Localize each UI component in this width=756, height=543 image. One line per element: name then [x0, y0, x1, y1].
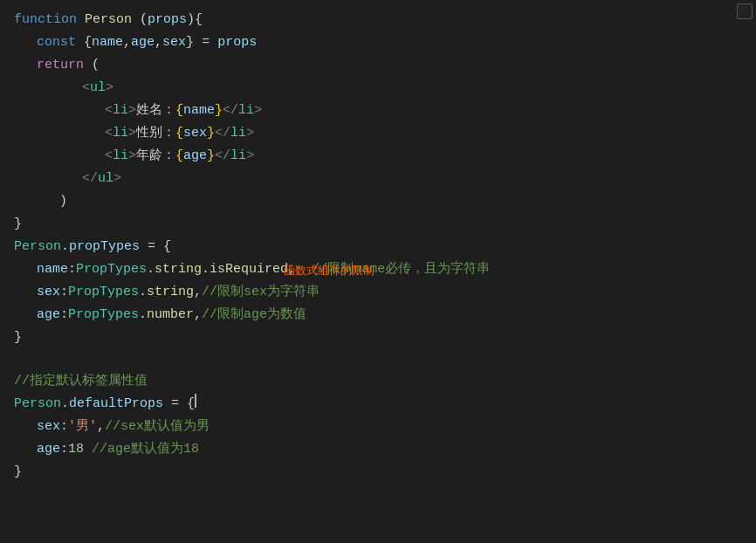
- token-angle: >: [128, 146, 136, 167]
- token-angle: >: [128, 123, 136, 144]
- code-line: const {name,age,sex} = props: [0, 31, 756, 54]
- token-plain: ,: [123, 32, 131, 53]
- token-tag: li: [113, 100, 128, 121]
- token-obj-key: age: [37, 305, 60, 326]
- token-param: props: [217, 32, 257, 53]
- code-line: Person.propTypes = {: [0, 236, 756, 258]
- token-tag: li: [238, 100, 254, 121]
- code-line: [0, 349, 756, 370]
- token-angle: <: [105, 100, 113, 121]
- code-content: function Person (props){const {name,age,…: [0, 9, 756, 484]
- token-angle: </: [223, 100, 238, 121]
- token-obj-key: sex: [37, 416, 60, 437]
- token-jsx-expr: age: [183, 146, 207, 167]
- token-text-content: 年龄：: [136, 146, 175, 167]
- token-plain: .: [202, 259, 210, 280]
- code-line: age:18 //age默认值为18: [0, 438, 756, 461]
- token-kw-return: return: [37, 55, 84, 76]
- code-line: <li>姓名：{name}</li>: [0, 100, 756, 122]
- code-line: sex:PropTypes.string,//限制sex为字符串: [0, 281, 756, 304]
- token-text-content: 性别：: [136, 123, 175, 144]
- token-prop-name: defaultProps: [69, 394, 163, 415]
- watermark: [737, 3, 753, 19]
- token-jsx-expr: name: [183, 100, 215, 121]
- token-class-ref: PropTypes: [76, 259, 147, 280]
- token-plain: }: [14, 462, 22, 483]
- token-obj-key: age: [37, 439, 60, 460]
- token-plain: .: [147, 259, 155, 280]
- token-fn-name: Person: [85, 10, 132, 31]
- token-angle: >: [246, 146, 254, 167]
- token-plain: ,: [155, 32, 162, 53]
- token-plain: ){: [187, 10, 203, 31]
- token-plain: ,: [194, 305, 202, 326]
- code-line: function Person (props){: [0, 9, 756, 31]
- token-plain: ,: [97, 416, 105, 437]
- code-line: <li>年龄：{age}</li>: [0, 145, 756, 168]
- token-plain: .: [61, 237, 69, 258]
- token-angle: >: [254, 100, 262, 121]
- code-editor: function Person (props){const {name,age,…: [0, 0, 756, 543]
- token-tag: li: [113, 146, 128, 167]
- token-plain: [210, 32, 217, 53]
- token-comment: //限制age为数值: [202, 305, 306, 326]
- token-tag: ul: [90, 78, 106, 99]
- token-tag: li: [230, 123, 246, 144]
- token-angle: >: [246, 123, 254, 144]
- code-line: }: [0, 213, 756, 236]
- token-tag: ul: [98, 168, 113, 189]
- token-method: string: [147, 282, 194, 303]
- token-tag: li: [230, 146, 246, 167]
- token-method: number: [147, 305, 194, 326]
- token-plain: [84, 439, 92, 460]
- token-plain: :: [60, 439, 68, 460]
- token-jsx-brace: {: [175, 100, 183, 121]
- token-method: isRequired: [210, 259, 288, 280]
- token-plain: ): [59, 191, 67, 212]
- token-plain: :: [60, 282, 68, 303]
- token-plain: {: [76, 32, 92, 53]
- code-line: }: [0, 461, 756, 484]
- annotation-label: 函数式组件的限制: [284, 262, 375, 280]
- code-line: </ul>: [0, 168, 756, 190]
- token-param: props: [148, 10, 187, 31]
- code-line: //指定默认标签属性值: [0, 370, 756, 393]
- token-jsx-brace: }: [215, 100, 223, 121]
- code-line: }: [0, 326, 756, 349]
- token-jsx-brace: }: [207, 123, 215, 144]
- code-line: age:PropTypes.number,//限制age为数值: [0, 304, 756, 326]
- token-prop-name: sex: [162, 32, 186, 53]
- token-plain: }: [186, 32, 202, 53]
- token-comment: //指定默认标签属性值: [14, 371, 148, 392]
- code-line: <ul>: [0, 77, 756, 100]
- token-prop-name: name: [92, 32, 123, 53]
- token-plain: .: [61, 394, 69, 415]
- code-line: ): [0, 190, 756, 213]
- token-angle: >: [128, 100, 136, 121]
- token-plain: .: [139, 305, 147, 326]
- token-plain: [77, 10, 85, 31]
- token-class-ref: PropTypes: [68, 282, 139, 303]
- token-angle: <: [105, 123, 113, 144]
- token-plain: (: [84, 55, 100, 76]
- token-jsx-brace: }: [207, 146, 215, 167]
- token-plain: = {: [140, 237, 171, 258]
- token-plain: = {: [163, 394, 195, 415]
- code-line: name:PropTypes.string.isRequired, //限制na…: [0, 258, 756, 281]
- token-number-val: 18: [68, 439, 84, 460]
- token-jsx-brace: {: [175, 146, 183, 167]
- token-plain: :: [60, 416, 68, 437]
- token-comment: //限制sex为字符串: [202, 282, 320, 303]
- token-plain: }: [14, 327, 22, 348]
- token-jsx-expr: sex: [183, 123, 207, 144]
- token-method: string: [155, 259, 202, 280]
- token-equals: =: [202, 32, 210, 53]
- code-line: sex:'男',//sex默认值为男: [0, 416, 756, 438]
- code-line: <li>性别：{sex}</li>: [0, 122, 756, 145]
- token-obj-key: sex: [37, 282, 60, 303]
- token-class-ref: PropTypes: [68, 305, 139, 326]
- token-angle: <: [105, 146, 113, 167]
- code-line: Person.defaultProps = {: [0, 393, 756, 416]
- token-tag: li: [113, 123, 128, 144]
- token-plain: :: [68, 259, 76, 280]
